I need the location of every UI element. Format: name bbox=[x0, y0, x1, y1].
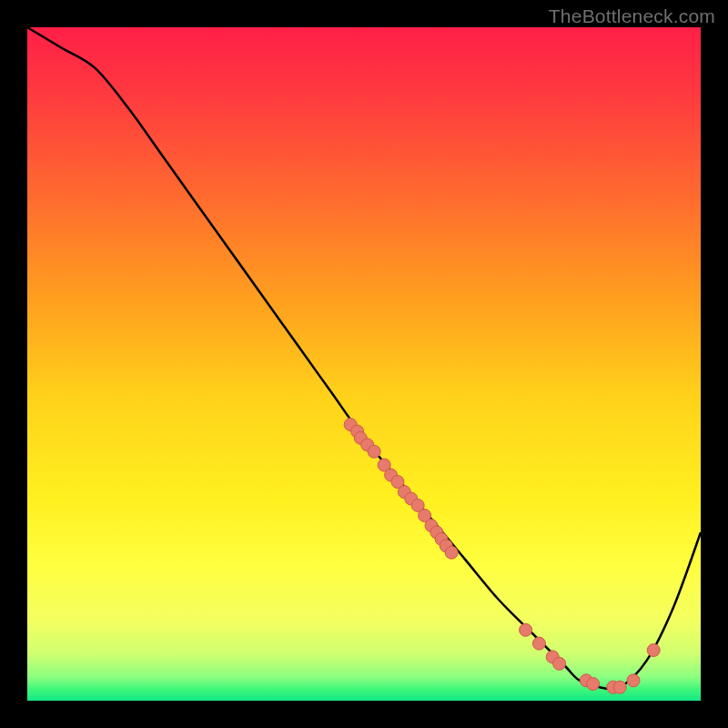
data-marker bbox=[627, 674, 640, 687]
data-marker bbox=[553, 657, 566, 670]
data-marker bbox=[445, 546, 458, 559]
chart-svg bbox=[27, 27, 701, 701]
bottleneck-curve bbox=[27, 27, 701, 690]
chart-frame: TheBottleneck.com bbox=[0, 0, 728, 728]
data-marker bbox=[532, 637, 545, 650]
data-marker bbox=[368, 445, 380, 458]
plot-area bbox=[27, 27, 701, 701]
data-marker bbox=[647, 644, 660, 657]
data-marker bbox=[520, 623, 532, 636]
data-marker bbox=[587, 678, 600, 691]
data-markers bbox=[344, 419, 660, 694]
data-marker bbox=[613, 681, 626, 693]
watermark-text: TheBottleneck.com bbox=[549, 5, 715, 27]
